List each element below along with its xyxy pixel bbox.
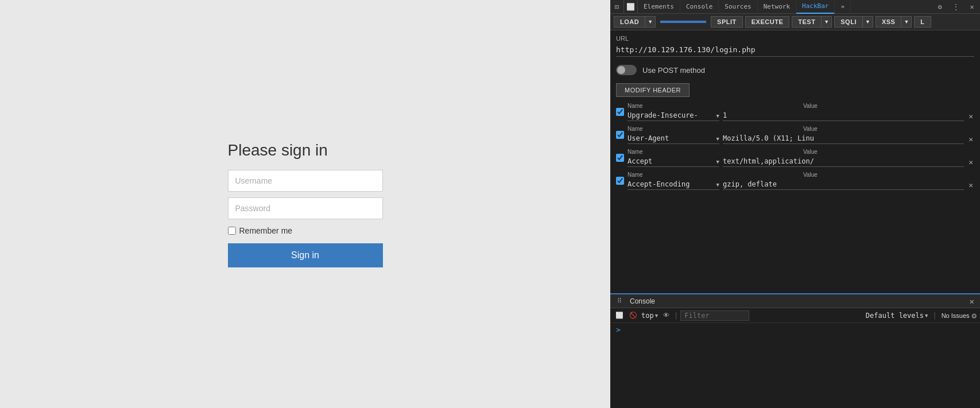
- header-3-name-select[interactable]: ▼: [627, 157, 719, 167]
- header-1-name-select[interactable]: ▼: [627, 111, 719, 121]
- console-panel: ⠿ Console ✕ ⬜ 🚫 top ▼ 👁 | Default levels…: [610, 293, 980, 408]
- header-2-name-select[interactable]: ▼: [627, 134, 719, 144]
- test-btn-group: TEST ▼: [792, 16, 832, 28]
- more-btn[interactable]: L: [914, 16, 931, 28]
- tab-sources[interactable]: Sources: [719, 0, 757, 14]
- console-eye-icon[interactable]: 👁: [660, 310, 672, 321]
- console-settings-icon[interactable]: ⚙: [972, 311, 977, 320]
- load-button[interactable]: LOAD: [614, 16, 645, 28]
- header-3-col-group: Name Value ▼ ✕: [627, 149, 974, 167]
- url-input[interactable]: [616, 44, 974, 57]
- xss-button[interactable]: XSS: [876, 16, 902, 28]
- split-button[interactable]: SPLIT: [711, 16, 743, 28]
- tab-hackbar[interactable]: HackBar: [796, 0, 835, 14]
- console-filter-input[interactable]: [680, 310, 749, 321]
- remember-row: Remember me: [228, 226, 293, 235]
- header-2-col-group: Name Value ▼ ✕: [627, 126, 974, 144]
- post-method-toggle[interactable]: [616, 65, 637, 75]
- post-method-label: Use POST method: [642, 66, 705, 75]
- tab-more[interactable]: »: [835, 0, 851, 14]
- login-panel: Please sign in Remember me Sign in: [0, 0, 610, 408]
- header-1-value-label: Value: [803, 103, 818, 109]
- console-drag-icon[interactable]: ⠿: [614, 296, 625, 307]
- sign-in-button[interactable]: Sign in: [228, 243, 383, 267]
- header-2-close-button[interactable]: ✕: [967, 135, 974, 143]
- devtools-close-icon[interactable]: ✕: [964, 0, 980, 14]
- remember-checkbox[interactable]: [228, 227, 236, 235]
- devtools-more-icon[interactable]: ⋮: [948, 0, 964, 14]
- header-3-arrow-icon[interactable]: ▼: [716, 159, 719, 165]
- header-2-value-input[interactable]: [723, 134, 964, 144]
- load-arrow-button[interactable]: ▼: [645, 16, 656, 28]
- console-levels-label: Default levels: [866, 312, 924, 320]
- header-2-arrow-icon[interactable]: ▼: [716, 136, 719, 142]
- devtools-tabs: ⊡ ⬜ Elements Console Sources Network Hac…: [610, 0, 980, 14]
- header-3-checkbox[interactable]: [616, 154, 624, 162]
- devtools-inspect-icon[interactable]: ⊡: [610, 0, 624, 14]
- hackbar-main: MODIFY HEADER Name Value ▼ ✕: [610, 80, 980, 293]
- xss-btn-group: XSS ▼: [876, 16, 912, 28]
- console-prompt[interactable]: >: [616, 325, 621, 334]
- test-arrow-button[interactable]: ▼: [822, 16, 832, 28]
- tab-network[interactable]: Network: [758, 0, 796, 14]
- console-issues-badge: No Issues: [942, 312, 970, 319]
- header-1-checkbox[interactable]: [616, 108, 624, 116]
- console-block-icon[interactable]: 🚫: [627, 310, 639, 321]
- header-4-name-input[interactable]: [627, 180, 716, 189]
- tab-elements[interactable]: Elements: [638, 0, 680, 14]
- header-3-value-input[interactable]: [723, 157, 964, 167]
- sqli-btn-group: SQLI ▼: [834, 16, 873, 28]
- console-header: ⠿ Console ✕: [610, 294, 980, 308]
- console-tab-label[interactable]: Console: [627, 297, 657, 305]
- header-4-name-select[interactable]: ▼: [627, 180, 719, 190]
- toggle-knob: [617, 66, 625, 74]
- header-1-close-button[interactable]: ✕: [967, 112, 974, 121]
- console-pipe-divider-2: |: [932, 312, 936, 320]
- header-4-inputs: ▼ ✕: [627, 180, 974, 190]
- console-clear-icon[interactable]: ⬜: [614, 310, 625, 321]
- username-input[interactable]: [228, 170, 383, 192]
- hackbar-toolbar: LOAD ▼ SPLIT EXECUTE TEST ▼ SQLI ▼ XSS ▼…: [610, 14, 980, 30]
- header-4-checkbox[interactable]: [616, 177, 624, 185]
- header-1-arrow-icon[interactable]: ▼: [716, 113, 719, 119]
- header-2-name-label: Name: [627, 126, 643, 132]
- console-close-button[interactable]: ✕: [967, 297, 977, 306]
- header-4-close-button[interactable]: ✕: [967, 181, 974, 189]
- header-2-name-input[interactable]: [627, 134, 716, 143]
- header-4-col-group: Name Value ▼ ✕: [627, 172, 974, 190]
- header-2-checkbox[interactable]: [616, 131, 624, 139]
- load-progress: [660, 21, 706, 23]
- header-1-name-input[interactable]: [627, 111, 716, 121]
- tab-console[interactable]: Console: [680, 0, 719, 14]
- header-2-labels: Name Value: [627, 126, 974, 132]
- console-top-label: top: [641, 312, 654, 320]
- header-row-3: Name Value ▼ ✕: [616, 149, 974, 167]
- sqli-button[interactable]: SQLI: [834, 16, 863, 28]
- header-row-2: Name Value ▼ ✕: [616, 126, 974, 144]
- login-title: Please sign in: [228, 141, 328, 160]
- password-input[interactable]: [228, 197, 383, 219]
- remember-label[interactable]: Remember me: [239, 226, 293, 235]
- console-toolbar: ⬜ 🚫 top ▼ 👁 | Default levels ▼ | No Issu…: [610, 308, 980, 323]
- header-4-arrow-icon[interactable]: ▼: [716, 182, 719, 188]
- header-4-value-input[interactable]: [723, 180, 964, 190]
- console-top-dropdown[interactable]: top ▼: [641, 312, 658, 320]
- execute-button[interactable]: EXECUTE: [745, 16, 789, 28]
- console-levels-dropdown[interactable]: Default levels ▼: [866, 312, 928, 320]
- header-4-name-label: Name: [627, 172, 643, 178]
- modify-header-button[interactable]: MODIFY HEADER: [616, 83, 690, 97]
- header-1-name-label: Name: [627, 103, 643, 109]
- xss-arrow-button[interactable]: ▼: [901, 16, 912, 28]
- console-levels-arrow-icon: ▼: [925, 313, 928, 318]
- devtools-panel: ⊡ ⬜ Elements Console Sources Network Hac…: [610, 0, 980, 408]
- header-3-name-input[interactable]: [627, 157, 716, 166]
- devtools-settings-icon[interactable]: ⚙: [932, 0, 948, 14]
- header-3-labels: Name Value: [627, 149, 974, 155]
- load-btn-group: LOAD ▼: [614, 16, 656, 28]
- header-3-close-button[interactable]: ✕: [967, 158, 974, 166]
- header-4-labels: Name Value: [627, 172, 974, 178]
- test-button[interactable]: TEST: [792, 16, 822, 28]
- devtools-device-icon[interactable]: ⬜: [624, 0, 638, 14]
- sqli-arrow-button[interactable]: ▼: [863, 16, 873, 28]
- header-1-value-input[interactable]: [723, 111, 964, 121]
